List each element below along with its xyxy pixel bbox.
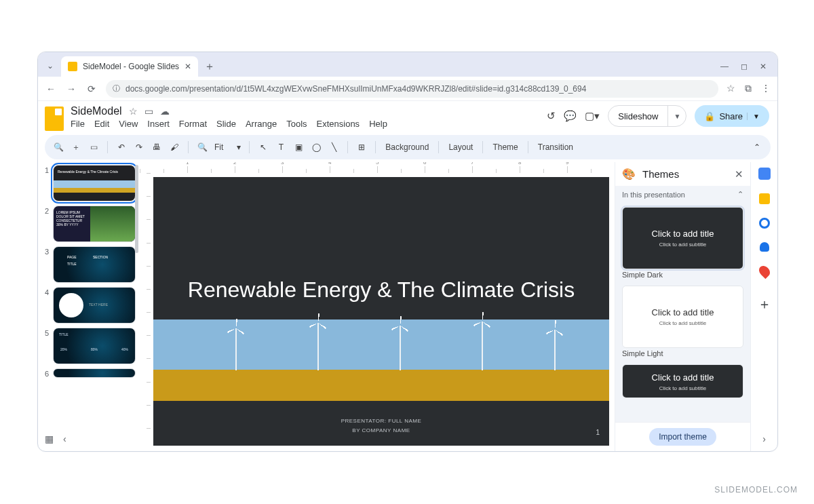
ruler-horizontal: 123456789 (140, 162, 615, 173)
slide-thumb-5[interactable]: TITLE 20% 80% 40% (53, 328, 136, 364)
thumb-text: LOREM IPSUM DOLOR SIT AMET CONSECTETUR 3… (56, 210, 85, 227)
slide-canvas[interactable]: Renewable Energy & The Climate Crisis PR… (153, 177, 609, 446)
layout-button[interactable]: Layout (447, 142, 474, 152)
line-tool-icon[interactable]: ╲ (328, 142, 339, 152)
thumb-title: Renewable Energy & The Climate Crisis (58, 170, 131, 174)
slides-logo-icon[interactable] (45, 106, 64, 131)
browser-tab[interactable]: SideModel - Google Slides ✕ (61, 56, 198, 77)
keep-icon[interactable] (759, 193, 770, 204)
select-tool-icon[interactable]: ↖ (258, 142, 269, 152)
company-text[interactable]: BY COMPANY NAME (153, 427, 609, 433)
zoom-tool-icon[interactable]: 🔍 (197, 142, 208, 152)
document-title[interactable]: SideModel (71, 105, 122, 117)
window-minimize-icon[interactable]: — (720, 62, 729, 71)
url-text: docs.google.com/presentation/d/1t5WL4xzg… (125, 84, 586, 94)
print-icon[interactable]: 🖶 (151, 142, 162, 152)
menu-slide[interactable]: Slide (216, 119, 236, 129)
tabs-dropdown[interactable]: ⌄ (42, 58, 58, 74)
slide-thumb-3[interactable]: PAGE TITLE SECTION (53, 246, 136, 283)
history-icon[interactable]: ↺ (547, 110, 556, 122)
slide-image-band (153, 319, 609, 401)
menu-help[interactable]: Help (369, 119, 387, 129)
theme-card-simple-dark[interactable]: Click to add title Click to add subtitle (622, 207, 743, 269)
menu-extensions[interactable]: Extensions (317, 119, 360, 129)
theme-button[interactable]: Theme (491, 142, 519, 152)
maps-icon[interactable] (756, 264, 772, 279)
menu-tools[interactable]: Tools (286, 119, 307, 129)
menu-view[interactable]: View (119, 119, 138, 129)
contacts-icon[interactable] (760, 242, 769, 252)
image-tool-icon[interactable]: ▣ (293, 142, 304, 152)
addons-plus-icon[interactable]: ＋ (758, 295, 771, 313)
nav-forward-icon[interactable]: → (65, 83, 77, 94)
paint-format-icon[interactable]: 🖌 (169, 142, 180, 152)
redo-icon[interactable]: ↷ (134, 142, 144, 152)
window-maximize-icon[interactable]: ◻ (741, 62, 748, 71)
themes-close-icon[interactable]: ✕ (735, 168, 743, 180)
menu-arrange[interactable]: Arrange (246, 119, 277, 129)
meet-icon[interactable]: ▢▾ (585, 110, 600, 122)
thumb-number: 6 (42, 368, 49, 378)
layout-picker-icon[interactable]: ▭ (88, 142, 99, 152)
slideshow-dropdown[interactable]: ▼ (667, 106, 686, 126)
share-dropdown[interactable]: ▼ (747, 113, 765, 120)
theme-preview-title: Click to add title (652, 307, 714, 317)
slide-thumb-1[interactable]: Renewable Energy & The Climate Crisis (53, 165, 136, 201)
undo-icon[interactable]: ↶ (116, 142, 127, 152)
slides-favicon-icon (68, 62, 77, 71)
bookmark-icon[interactable]: ☆ (726, 83, 735, 94)
thumb-text: TEXT HERE (89, 303, 108, 307)
extensions-icon[interactable]: ⧉ (745, 83, 752, 94)
star-icon[interactable]: ☆ (129, 106, 138, 117)
search-menus-icon[interactable]: 🔍 (53, 142, 64, 152)
menu-insert[interactable]: Insert (147, 119, 170, 129)
thumb-number: 1 (42, 165, 49, 201)
import-theme-button[interactable]: Import theme (649, 428, 716, 446)
move-icon[interactable]: ▭ (144, 106, 153, 117)
comments-icon[interactable]: 💬 (564, 110, 577, 122)
textbox-tool-icon[interactable]: T (275, 142, 286, 152)
theme-card-simple-light[interactable]: Click to add title Click to add subtitle (622, 286, 743, 348)
comment-tool-icon[interactable]: ⊞ (356, 142, 367, 152)
slide-thumb-4[interactable]: TEXT HERE (53, 287, 136, 324)
thumb-stats: 20% 80% 40% (60, 347, 128, 351)
presenter-text[interactable]: PRESENTATOR: FULL NAME (153, 418, 609, 424)
thumb-number: 2 (42, 206, 49, 242)
filmstrip-scrollbar[interactable] (135, 165, 138, 424)
menu-edit[interactable]: Edit (94, 119, 109, 129)
filmstrip-prev-icon[interactable]: ‹ (63, 433, 66, 444)
turbine-icon (482, 322, 483, 370)
collapse-toolbar-icon[interactable]: ⌃ (752, 142, 762, 152)
background-button[interactable]: Background (384, 142, 430, 152)
slideshow-button[interactable]: Slideshow ▼ (608, 105, 686, 127)
theme-preview-subtitle: Click to add subtitle (659, 320, 706, 326)
thumb-text: TITLE (59, 332, 69, 336)
slide-thumb-6[interactable] (53, 368, 136, 378)
themes-section-header[interactable]: In this presentation ⌃ (615, 186, 750, 203)
new-tab-button[interactable]: ＋ (201, 58, 218, 75)
tasks-icon[interactable] (759, 218, 770, 229)
tab-title: SideModel - Google Slides (83, 62, 179, 71)
share-button[interactable]: 🔒 Share ▼ (695, 105, 769, 127)
browser-menu-icon[interactable]: ⋮ (761, 83, 771, 94)
zoom-select[interactable]: Fit ▾ (214, 142, 241, 152)
slide-thumb-2[interactable]: LOREM IPSUM DOLOR SIT AMET CONSECTETUR 3… (53, 206, 136, 242)
menu-file[interactable]: File (71, 119, 85, 129)
transition-button[interactable]: Transition (537, 142, 575, 152)
new-slide-icon[interactable]: ＋ (71, 142, 81, 153)
theme-card-extra[interactable]: Click to add title Click to add subtitle (622, 364, 743, 398)
slide-title-text[interactable]: Renewable Energy & The Climate Crisis (153, 277, 609, 303)
hide-side-panel-icon[interactable]: › (762, 433, 766, 444)
cloud-saved-icon[interactable]: ☁ (160, 106, 170, 117)
window-close-icon[interactable]: ✕ (760, 62, 767, 71)
menu-format[interactable]: Format (179, 119, 207, 129)
tab-close-icon[interactable]: ✕ (185, 62, 191, 71)
grid-view-icon[interactable]: ▦ (45, 433, 54, 444)
thumb-text: SECTION (93, 255, 108, 259)
nav-back-icon[interactable]: ← (45, 83, 57, 94)
address-bar[interactable]: ⓘ docs.google.com/presentation/d/1t5WL4x… (106, 80, 718, 98)
site-info-icon[interactable]: ⓘ (113, 83, 120, 94)
shape-tool-icon[interactable]: ◯ (311, 142, 322, 152)
calendar-icon[interactable] (758, 168, 771, 180)
nav-reload-icon[interactable]: ⟳ (85, 83, 98, 94)
